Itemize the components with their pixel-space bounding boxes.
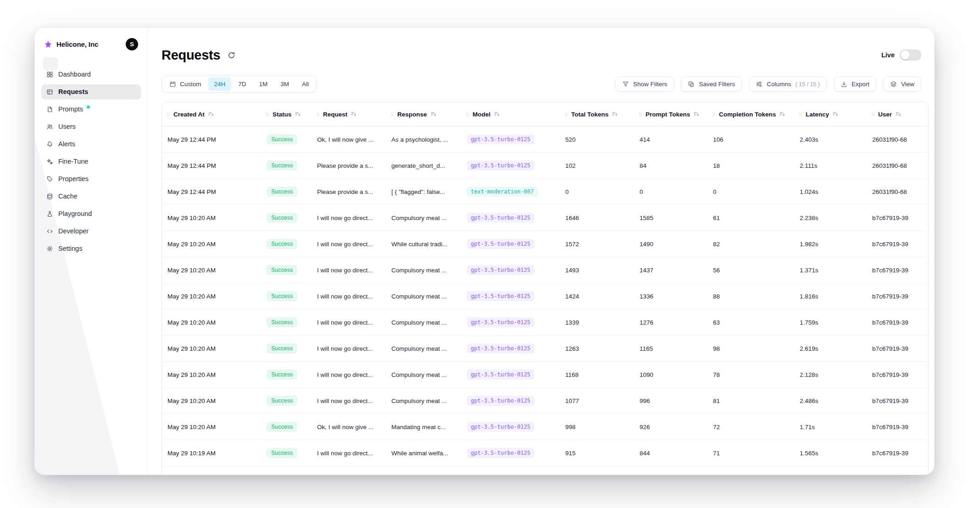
sidebar-item-fine-tune[interactable]: Fine-Tune xyxy=(41,154,141,169)
cell-completion-tokens: 72 xyxy=(707,424,794,431)
cell-request: Ok, I will now give ... xyxy=(312,424,386,431)
drag-handle-icon[interactable] xyxy=(871,111,875,117)
column-header-created-at[interactable]: Created At xyxy=(162,111,261,118)
cell-user: b7c67919-39 xyxy=(867,424,929,431)
sidebar-item-label: Dashboard xyxy=(58,71,91,78)
cell-request: I will now go direct... xyxy=(312,319,386,326)
status-badge: Success xyxy=(267,396,297,406)
org-header: Helicone, Inc S xyxy=(41,37,141,50)
range-tab-3m[interactable]: 3M xyxy=(274,77,295,91)
column-header-total-tokens[interactable]: Total Tokens xyxy=(560,111,634,118)
cell-latency: 1.71s xyxy=(794,424,867,431)
sort-icon xyxy=(494,111,500,117)
cell-latency: 1.982s xyxy=(794,241,867,248)
cell-response: While animal welfa... xyxy=(386,450,461,457)
drag-handle-icon[interactable] xyxy=(167,111,170,117)
table-row[interactable]: May 29 12:44 PMSuccessOk, I will now giv… xyxy=(162,127,928,153)
drag-handle-icon[interactable] xyxy=(466,111,469,117)
cell-prompt-tokens: 1276 xyxy=(634,319,707,326)
column-header-prompt-tokens[interactable]: Prompt Tokens xyxy=(634,111,707,118)
drag-handle-icon[interactable] xyxy=(712,111,716,117)
view-label: View xyxy=(901,81,914,88)
drag-handle-icon[interactable] xyxy=(266,111,269,117)
model-badge: gpt-3.5-turbo-0125 xyxy=(467,317,535,327)
drag-handle-icon[interactable] xyxy=(390,111,394,117)
show-filters-button[interactable]: Show Filters xyxy=(615,77,674,92)
column-header-response[interactable]: Response xyxy=(386,111,461,118)
status-badge: Success xyxy=(267,239,297,249)
table-row[interactable]: May 29 10:20 AMSuccessI will now go dire… xyxy=(162,283,928,309)
sidebar-item-dashboard[interactable]: Dashboard xyxy=(41,67,141,82)
range-tab-24h[interactable]: 24H xyxy=(208,77,232,91)
cell-response: [ { "flagged": false... xyxy=(386,188,461,195)
model-badge: gpt-3.5-turbo-0125 xyxy=(467,343,535,353)
sidebar-item-prompts[interactable]: Prompts xyxy=(41,102,141,117)
prompts-icon xyxy=(46,106,53,113)
sidebar-item-cache[interactable]: Cache xyxy=(41,189,141,204)
status-badge: Success xyxy=(267,265,297,275)
table-row[interactable]: May 29 10:20 AMSuccessI will now go dire… xyxy=(162,362,928,388)
sidebar-item-playground[interactable]: Playground xyxy=(41,206,141,221)
column-label: Total Tokens xyxy=(571,111,608,118)
table-row[interactable]: May 29 10:20 AMSuccessI will now go dire… xyxy=(162,309,928,336)
cell-completion-tokens: 71 xyxy=(707,450,794,457)
column-header-model[interactable]: Model xyxy=(461,111,560,118)
user-avatar[interactable]: S xyxy=(126,38,138,50)
table-row[interactable]: May 29 10:19 AMSuccessI will now go dire… xyxy=(162,440,928,466)
cell-prompt-tokens: 0 xyxy=(634,188,707,195)
table-row[interactable]: May 29 12:44 PMSuccessPlease provide a s… xyxy=(162,153,928,179)
columns-button[interactable]: Columns ( 15 / 15 ) xyxy=(749,77,827,92)
table-row[interactable]: May 29 12:44 PMSuccessPlease provide a s… xyxy=(162,179,928,205)
cell-completion-tokens: 98 xyxy=(707,345,794,352)
table-row[interactable]: May 29 10:20 AMSuccessI will now go dire… xyxy=(162,388,928,414)
cell-created-at: May 29 10:19 AM xyxy=(162,450,261,457)
calendar-icon xyxy=(169,81,176,88)
cell-user: b7c67919-39 xyxy=(867,345,929,352)
column-header-latency[interactable]: Latency xyxy=(794,111,867,118)
drag-handle-icon[interactable] xyxy=(799,111,802,117)
column-header-completion-tokens[interactable]: Completion Tokens xyxy=(707,111,794,118)
refresh-icon[interactable] xyxy=(228,51,235,59)
drag-handle-icon[interactable] xyxy=(639,111,642,117)
cell-model: gpt-3.5-turbo-0125 xyxy=(461,291,560,301)
range-tabs: 24H7D1M3MAll xyxy=(208,77,315,91)
column-header-user[interactable]: User xyxy=(867,111,929,118)
cell-model: gpt-3.5-turbo-0125 xyxy=(461,265,560,275)
cell-total-tokens: 1572 xyxy=(560,241,634,248)
table-row[interactable]: May 29 10:20 AMSuccessI will now go dire… xyxy=(162,205,928,231)
sidebar-item-users[interactable]: Users xyxy=(41,119,141,134)
sliders-icon xyxy=(756,81,763,88)
developer-icon xyxy=(46,228,53,235)
cell-status: Success xyxy=(261,160,312,171)
saved-filters-button[interactable]: Saved Filters xyxy=(681,77,742,92)
column-label: Prompt Tokens xyxy=(646,111,690,118)
sidebar-item-alerts[interactable]: Alerts xyxy=(41,137,141,152)
table-row[interactable]: May 29 10:20 AMSuccessI will now go dire… xyxy=(162,257,928,283)
cell-completion-tokens: 82 xyxy=(707,241,794,248)
cell-status: Success xyxy=(261,291,312,301)
sidebar-item-settings[interactable]: Settings xyxy=(41,241,141,256)
cell-prompt-tokens: 926 xyxy=(634,424,707,431)
table-row[interactable]: May 29 10:20 AMSuccessI will now go dire… xyxy=(162,336,928,362)
drag-handle-icon[interactable] xyxy=(564,111,568,117)
cell-created-at: May 29 10:20 AM xyxy=(162,345,261,352)
export-button[interactable]: Export xyxy=(834,77,876,92)
table-row[interactable]: May 29 10:20 AMSuccessI will now go dire… xyxy=(162,231,928,257)
cell-total-tokens: 1077 xyxy=(560,398,634,404)
range-tab-1m[interactable]: 1M xyxy=(253,77,274,91)
custom-range-button[interactable]: Custom xyxy=(163,77,207,91)
table-row[interactable]: May 29 10:20 AMSuccessOk, I will now giv… xyxy=(162,414,928,440)
column-header-request[interactable]: Request xyxy=(312,111,386,118)
view-button[interactable]: View xyxy=(883,77,921,92)
live-toggle[interactable] xyxy=(900,50,921,61)
sidebar-item-properties[interactable]: Properties xyxy=(41,171,141,187)
range-tab-all[interactable]: All xyxy=(296,77,315,91)
sidebar-item-developer[interactable]: Developer xyxy=(41,224,141,239)
table-header-row: Created AtStatusRequestResponseModelTota… xyxy=(162,102,928,127)
column-header-status[interactable]: Status xyxy=(261,111,312,118)
drag-handle-icon[interactable] xyxy=(316,111,320,117)
cell-prompt-tokens: 1165 xyxy=(634,345,707,352)
cell-latency: 2.238s xyxy=(794,215,867,221)
sidebar-item-requests[interactable]: Requests xyxy=(41,84,141,99)
range-tab-7d[interactable]: 7D xyxy=(232,77,252,91)
